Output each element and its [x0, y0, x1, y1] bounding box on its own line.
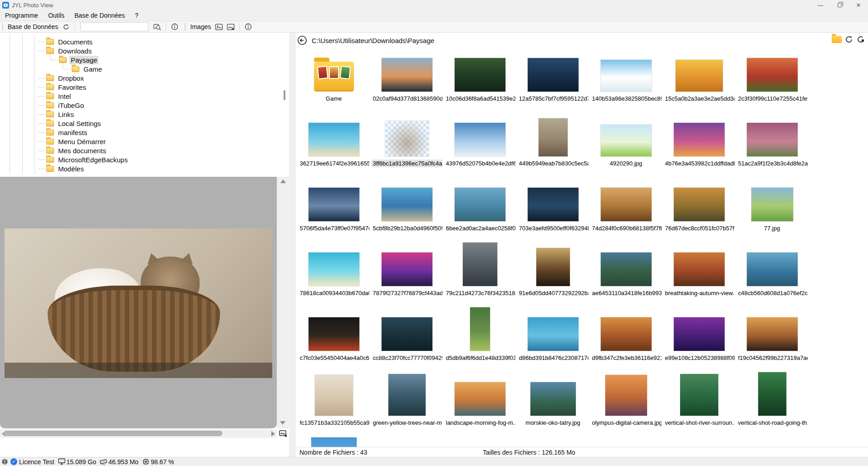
grid-image-item[interactable]: olympus-digital-camera.jpg [589, 372, 662, 437]
close-button[interactable]: ✕ [849, 0, 868, 10]
refresh-folder-icon[interactable] [844, 35, 853, 44]
grid-image-item[interactable]: c48cb560d608d1a076ef2cc4... [736, 243, 809, 307]
tree-item-paysage[interactable]: Paysage [0, 55, 277, 64]
scroll-right-icon[interactable] [271, 431, 275, 437]
grid-image-item[interactable]: 15c5a0b2a3ae3e2ae5dd3c1... [662, 48, 736, 113]
tree-item-label: Game [82, 65, 103, 73]
image-thumbnail [455, 382, 505, 416]
thumbnail-box [370, 48, 443, 92]
scrollbar-thumb[interactable] [4, 431, 222, 436]
grid-folder-item[interactable]: Game [297, 48, 370, 113]
scroll-down-icon[interactable] [280, 421, 285, 425]
preview-photo-cats-in-basket[interactable] [5, 228, 272, 378]
grid-image-item[interactable]: 79c211d4273c76f3423518ab... [443, 243, 516, 307]
grid-image-item[interactable]: ae6453110a3418fe16b993ef... [589, 243, 662, 307]
image-thumbnail [528, 58, 579, 92]
refresh-icon[interactable] [61, 22, 70, 31]
open-folder-icon[interactable] [832, 36, 842, 43]
tree-item-local-settings[interactable]: Local Settings [0, 119, 277, 128]
grid-image-item[interactable]: 12a5785c7bf7cf9595122d7b... [516, 48, 589, 113]
grid-image-item[interactable]: f19c04562f99b227319a7aef7... [736, 307, 809, 372]
tree-item-links[interactable]: Links [0, 110, 277, 119]
tree-item-mod-les[interactable]: Modèles [0, 164, 277, 173]
scroll-up-icon[interactable] [280, 180, 286, 183]
preview-vertical-scrollbar[interactable] [277, 177, 289, 428]
grid-image-item[interactable]: fc13571b3a332105b55ca9d4... [297, 372, 370, 437]
tree-item-menu-d-marrer[interactable]: Menu Démarrer [0, 137, 277, 146]
grid-image-item[interactable]: 449b5949eab7b830c5ec5a4... [516, 113, 589, 178]
grid-image-item[interactable]: 4b76e3a453982c1ddffdadb... [662, 113, 736, 178]
photo-edit-icon[interactable] [226, 22, 235, 31]
menu-outils[interactable]: Outils [43, 12, 69, 19]
grid-image-item[interactable]: vertical-shot-road-going-th... [736, 372, 809, 437]
photo-search-icon[interactable] [152, 22, 162, 31]
tree-item-documents[interactable]: Documents [0, 37, 277, 46]
grid-image-item[interactable]: landscape-morning-fog-m... [443, 372, 516, 437]
grid-image-item[interactable]: 4920290.jpg [589, 113, 662, 178]
grid-image-item[interactable]: 51ac2a9f1f2e3b3c4d8fe2a1... [736, 113, 809, 178]
preview-horizontal-scrollbar[interactable] [0, 429, 277, 438]
grid-image-item[interactable]: 76d67dec8ccf051fc07b57f7... [662, 178, 736, 243]
search-input[interactable] [80, 22, 148, 31]
grid-image-item[interactable] [297, 437, 370, 447]
grid-image-item[interactable]: e99e108c12b05238988f097e... [662, 307, 736, 372]
grid-image-item[interactable]: 78618ca00934403b670da09... [297, 243, 370, 307]
grid-image-item[interactable]: 5706f5da4e73ff0e07f9547e4... [297, 178, 370, 243]
grid-image-item[interactable]: vertical-shot-river-surroun... [662, 372, 736, 437]
menu-help[interactable]: ? [130, 12, 143, 19]
thumbnail-box [443, 372, 516, 416]
grid-image-item[interactable]: 362719ee6174f2e3961655ce... [297, 113, 370, 178]
info-icon[interactable] [244, 22, 253, 31]
grid-image-item[interactable]: morskie-oko-tatry.jpg [516, 372, 589, 437]
thumbnail-box [516, 372, 589, 416]
grid-image-item[interactable]: breathtaking-autumn-view... [662, 243, 736, 307]
grid-image-item[interactable]: 3ff6bc1a91396ec75a0fc4a73... [370, 113, 443, 178]
grid-image-item[interactable]: d9fb347c2fe3eb36116e9214... [589, 307, 662, 372]
rotate-image-icon[interactable] [856, 35, 865, 44]
tree-item-mes-documents[interactable]: Mes documents [0, 146, 277, 155]
tree-scrollbar-thumb[interactable] [284, 90, 285, 100]
grid-image-item[interactable]: 5cbf8b29b12ba0d4960f509... [370, 178, 443, 243]
grid-image-item[interactable]: d5db9af6f6dd1e48d339f03f... [443, 307, 516, 372]
menu-base-de-donnees[interactable]: Base de Données [69, 12, 130, 19]
grid-image-item[interactable]: 6bee2ad0ac2a4aec0258f093... [443, 178, 516, 243]
tree-item-downloads[interactable]: Downloads [0, 46, 277, 55]
filename-label: olympus-digital-camera.jpg [591, 419, 662, 427]
restore-button[interactable] [830, 0, 849, 10]
tree-connector [39, 87, 45, 87]
grid-image-item[interactable]: 10c06d36f8a6ad541539e236... [443, 48, 516, 113]
grid-image-item[interactable]: 140b53a98e3825805bec89e... [589, 48, 662, 113]
photo-save-icon[interactable] [214, 22, 223, 31]
toolbar-grip[interactable] [184, 23, 186, 30]
thumbnail-box [443, 243, 516, 286]
tree-item-favorites[interactable]: Favorites [0, 83, 277, 92]
grid-image-item[interactable]: 703e3aefd9500eff0f63294bc... [516, 178, 589, 243]
grid-image-item[interactable]: 02c0af94d377d81368590d9d... [370, 48, 443, 113]
grid-image-item[interactable]: 7879f27327f76879cf443ad2... [370, 243, 443, 307]
images-toolbar-label: Images [190, 23, 211, 30]
thumbnail-box [443, 113, 516, 156]
menu-programme[interactable]: Programme [0, 12, 43, 19]
tree-item-microsoftedgebackups[interactable]: MicrosoftEdgeBackups [0, 155, 277, 164]
tree-item-game[interactable]: Game [0, 64, 277, 73]
grid-image-item[interactable]: d86bd391b8476c2308717c0... [516, 307, 589, 372]
grid-image-item[interactable]: c7fc03e55450404ae4a0c68b... [297, 307, 370, 372]
back-icon[interactable] [297, 35, 307, 45]
tree-item-itubego[interactable]: iTubeGo [0, 101, 277, 110]
tree-item-label: Favorites [57, 83, 88, 92]
grid-image-item[interactable]: 77.jpg [736, 178, 809, 243]
image-thumbnail [382, 58, 432, 92]
tree-item-intel[interactable]: Intel [0, 92, 277, 101]
clear-image-icon[interactable] [278, 429, 289, 438]
grid-image-item[interactable]: 91e6d05dd40773292292bad... [516, 243, 589, 307]
grid-image-item[interactable]: 2c3f30f99c110e7255c41fefd... [736, 48, 809, 113]
tree-item-dropbox[interactable]: Dropbox [0, 73, 277, 83]
grid-image-item[interactable]: 74d284f0c690b68138f5f7fb6... [589, 178, 662, 243]
minimize-button[interactable]: — [811, 0, 830, 10]
grid-image-item[interactable]: cc88c23f70fcc77770f094298... [370, 307, 443, 372]
info-icon[interactable] [170, 22, 179, 31]
grid-image-item[interactable]: 43976d52075b4b0e4e2df60... [443, 113, 516, 178]
toolbar-grip[interactable] [2, 23, 4, 30]
tree-item-manifests[interactable]: manifests [0, 128, 277, 137]
grid-image-item[interactable]: green-yellow-trees-near-m... [370, 372, 443, 437]
